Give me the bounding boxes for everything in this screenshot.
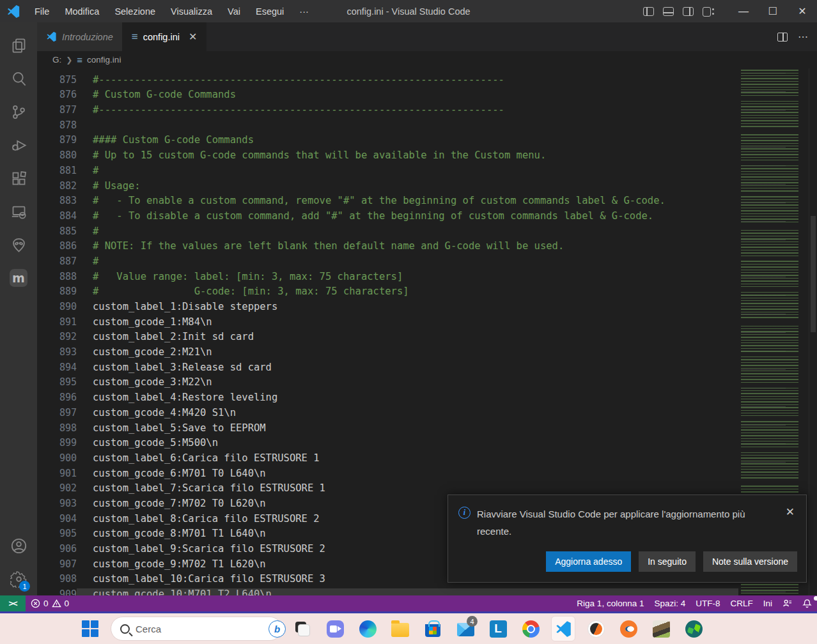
settings-gear-icon[interactable]: 1	[3, 562, 34, 595]
toggle-secondary-sidebar-icon[interactable]	[683, 7, 694, 16]
code-line[interactable]: 875#------------------------------------…	[37, 73, 817, 88]
account-icon[interactable]	[3, 529, 34, 562]
blender-button[interactable]	[616, 616, 641, 641]
horizontal-scrollbar[interactable]	[77, 588, 738, 595]
code-line[interactable]: 899custom_gcode_5:M500\n	[37, 436, 817, 451]
code-line[interactable]: 883# - To enable a custom command, remov…	[37, 194, 817, 209]
vscode-taskbar-button[interactable]	[551, 616, 575, 641]
code-line[interactable]: 895custom_gcode_3:M22\n	[37, 375, 817, 390]
customize-layout-icon[interactable]	[703, 6, 715, 17]
code-line[interactable]: 889# G-code: [min: 3, max: 75 characters…	[37, 284, 817, 300]
code-line[interactable]: 878	[37, 118, 817, 134]
code-line[interactable]: 893custom_gcode_2:M21\n	[37, 345, 817, 360]
code-line[interactable]: 888# Value range: label: [min: 3, max: 7…	[37, 270, 817, 285]
code-line[interactable]: 882# Usage:	[37, 179, 817, 194]
tab-introduzione[interactable]: Introduzione	[37, 22, 123, 51]
code-line[interactable]: 877#------------------------------------…	[37, 103, 817, 118]
l-app-button[interactable]: L	[486, 616, 510, 641]
explorer-icon[interactable]	[3, 29, 34, 62]
code-line[interactable]: 887#	[37, 254, 817, 270]
toggle-sidebar-icon[interactable]	[643, 7, 654, 16]
toggle-panel-icon[interactable]	[663, 7, 674, 16]
code-line[interactable]: 901custom_gcode_6:M701 T0 L640\n	[37, 466, 817, 482]
menu-file[interactable]: File	[28, 4, 56, 19]
notification-close-icon[interactable]: ✕	[783, 505, 797, 519]
breadcrumb[interactable]: G: ❯ ≡ config.ini	[37, 51, 817, 68]
maximize-button[interactable]: ☐	[758, 0, 788, 22]
cursor-position[interactable]: Riga 1, colonna 1	[572, 595, 649, 611]
file-explorer-button[interactable]	[388, 616, 412, 641]
code-line[interactable]: 881#	[37, 164, 817, 179]
menu-modifica[interactable]: Modifica	[58, 4, 105, 19]
code-line[interactable]: 885#	[37, 224, 817, 240]
feedback-icon[interactable]	[777, 595, 797, 611]
task-view-button[interactable]	[290, 616, 315, 641]
code-line[interactable]: 890custom_label_1:Disable steppers	[37, 300, 817, 315]
code-line[interactable]: 886# NOTE: If the values are left blank …	[37, 239, 817, 254]
menu-selezione[interactable]: Selezione	[108, 4, 162, 19]
update-now-button[interactable]: Aggiorna adesso	[546, 551, 631, 572]
breadcrumb-file[interactable]: config.ini	[87, 55, 121, 65]
edge-button[interactable]	[355, 616, 380, 641]
code-line[interactable]: 898custom_label_5:Save to EEPROM	[37, 421, 817, 436]
tab-close-icon[interactable]: ✕	[189, 31, 197, 43]
line-number: 888	[37, 270, 77, 285]
eol-sequence[interactable]: CRLF	[725, 595, 758, 611]
line-number: 887	[37, 254, 77, 270]
search-icon[interactable]	[3, 62, 34, 95]
close-button[interactable]: ✕	[788, 0, 817, 22]
teams-chat-button[interactable]	[323, 616, 347, 641]
tab-config-ini[interactable]: ≡ config.ini ✕	[123, 22, 207, 51]
simplify3d-icon	[587, 620, 605, 638]
start-button[interactable]	[78, 616, 102, 641]
code-line[interactable]: 892custom_label_2:Init sd card	[37, 330, 817, 345]
search-input[interactable]	[136, 624, 263, 634]
code-line[interactable]: 874	[37, 68, 817, 73]
vscode-window: FileModificaSelezioneVisualizzaVaiEsegui…	[0, 0, 817, 644]
line-number: 903	[37, 496, 77, 512]
breadcrumb-drive[interactable]: G:	[52, 55, 61, 65]
vertical-scrollbar[interactable]	[809, 68, 817, 595]
release-notes-button[interactable]: Note sulla versione	[703, 551, 797, 572]
split-editor-icon[interactable]	[777, 33, 788, 42]
encoding[interactable]: UTF-8	[690, 595, 725, 611]
code-line[interactable]: 894custom_label_3:Release sd card	[37, 360, 817, 376]
chrome-button[interactable]	[518, 616, 543, 641]
code-line[interactable]: 900custom_label_6:Carica filo ESTRUSORE …	[37, 451, 817, 466]
remote-explorer-icon[interactable]	[3, 195, 34, 228]
menu-visualizza[interactable]: Visualizza	[164, 4, 219, 19]
remote-indicator[interactable]: ><	[0, 595, 26, 611]
editor-more-actions-icon[interactable]: ⋯	[798, 31, 808, 43]
bing-icon[interactable]: b	[268, 620, 286, 638]
menu-esegui[interactable]: Esegui	[249, 4, 290, 19]
code-line[interactable]: 876# Custom G-code Commands	[37, 88, 817, 103]
source-control-icon[interactable]	[3, 95, 34, 128]
notifications-bell-icon[interactable]	[797, 595, 817, 611]
microsoft-store-button[interactable]	[421, 616, 445, 641]
platformio-icon[interactable]	[3, 228, 34, 261]
green-app-button[interactable]	[681, 616, 706, 641]
run-debug-icon[interactable]	[3, 128, 34, 162]
problems-indicator[interactable]: 0 0	[26, 595, 74, 611]
mail-button[interactable]: 4	[453, 616, 478, 641]
code-line[interactable]: 880# Up to 15 custom G-code commands tha…	[37, 148, 817, 164]
simplify3d-button[interactable]	[584, 616, 608, 641]
code-line[interactable]: 897custom_gcode_4:M420 S1\n	[37, 406, 817, 421]
code-line[interactable]: 879#### Custom G-code Commands	[37, 133, 817, 148]
code-line[interactable]: 884# - To disable a custom command, add …	[37, 209, 817, 224]
taskbar-search[interactable]: b	[111, 617, 282, 641]
extensions-icon[interactable]	[3, 162, 34, 195]
code-line[interactable]: 896custom_label_4:Restore leveling	[37, 390, 817, 406]
language-mode[interactable]: Ini	[758, 595, 777, 611]
minimize-button[interactable]: —	[729, 0, 758, 22]
later-button[interactable]: In seguito	[639, 551, 696, 572]
code-text: # NOTE: If the values are left blank the…	[77, 239, 564, 254]
photos-app-button[interactable]	[649, 616, 673, 641]
code-line[interactable]: 891custom_gcode_1:M84\n	[37, 315, 817, 330]
indentation[interactable]: Spazi: 4	[649, 595, 690, 611]
marlin-extension-icon[interactable]: m	[3, 261, 34, 295]
code-text: #	[77, 254, 98, 270]
code-editor[interactable]: 874875#---------------------------------…	[37, 68, 817, 595]
menu-vai[interactable]: Vai	[221, 4, 247, 19]
menu-[interactable]: ···	[293, 4, 315, 19]
